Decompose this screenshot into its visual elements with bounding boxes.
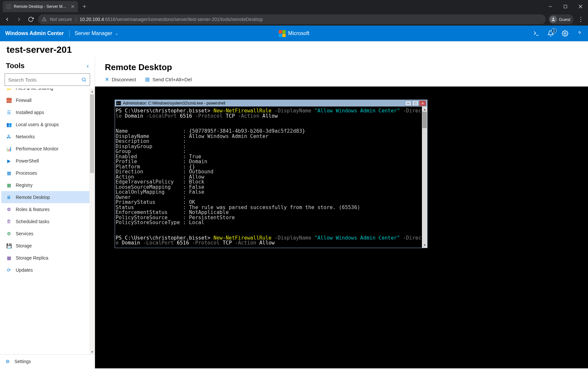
sidebar-item-networks[interactable]: 🖧Networks <box>1 130 89 143</box>
ps-scrollbar[interactable]: ▴ ▾ <box>422 107 427 248</box>
tool-label: Performance Monitor <box>16 146 59 151</box>
address-bar[interactable]: Not secure | 10.20.100.4:6516/servermana… <box>38 14 546 24</box>
ps-scroll-up[interactable]: ▴ <box>422 107 427 112</box>
tool-list[interactable]: 📁Files & file sharing🧱Firewall☰Installed… <box>0 88 89 354</box>
tools-heading: Tools <box>6 62 25 70</box>
tool-label: PowerShell <box>16 158 39 164</box>
window-minimize-button[interactable] <box>543 0 558 13</box>
main-content: Remote Desktop ✕ Disconnect Send Ctrl+Al… <box>95 57 588 368</box>
browser-tab[interactable]: Remote Desktop - Server Manag ✕ <box>3 1 78 12</box>
tools-scrollbar[interactable]: ▴ ▾ <box>89 88 95 354</box>
chevron-down-icon: ⌄ <box>115 31 118 36</box>
forward-button[interactable] <box>14 15 24 24</box>
sidebar-item-storage-replica[interactable]: ▦Storage Replica <box>1 252 89 264</box>
browser-menu-button[interactable]: ⋮ <box>576 16 585 23</box>
tool-icon: 💾 <box>6 243 12 249</box>
send-cad-label: Send Ctrl+Alt+Del <box>152 77 192 82</box>
sidebar-item-updates[interactable]: ⟳Updates <box>1 264 89 276</box>
gear-icon[interactable] <box>562 30 568 37</box>
ps-close-button[interactable]: ✕ <box>419 101 426 106</box>
search-input[interactable] <box>8 77 81 83</box>
new-tab-button[interactable]: + <box>83 3 86 10</box>
back-button[interactable] <box>3 15 12 24</box>
tool-label: Registry <box>16 183 32 188</box>
ps-scroll-down[interactable]: ▾ <box>422 243 427 248</box>
tool-icon: 📁 <box>6 88 12 91</box>
powershell-body[interactable]: PS C:\Users\christopher.bisset> New-NetF… <box>115 107 427 248</box>
rdp-viewport[interactable]: C:\ Administrator: C:\Windows\system32\c… <box>95 87 588 368</box>
tool-icon: ▦ <box>6 255 12 261</box>
settings-row: ⚙ Settings <box>0 354 95 368</box>
notifications-icon[interactable]: 2 <box>547 30 554 37</box>
ps-minimize-button[interactable]: ─ <box>405 101 411 106</box>
help-icon[interactable] <box>576 30 583 37</box>
sidebar-item-remote-desktop[interactable]: 🖥Remote Desktop <box>1 191 89 203</box>
settings-label: Settings <box>14 359 31 364</box>
tool-icon: 📊 <box>6 146 12 152</box>
app-brand[interactable]: Windows Admin Center <box>5 30 64 36</box>
header-icons: 2 <box>533 30 583 37</box>
ps-scroll-thumb[interactable] <box>422 112 427 128</box>
reload-button[interactable] <box>26 15 35 24</box>
powershell-icon[interactable] <box>533 30 540 37</box>
profile-chip[interactable]: Guest <box>548 14 574 24</box>
tool-label: Services <box>16 231 33 236</box>
microsoft-logo: Microsoft <box>279 30 310 37</box>
content-title: Remote Desktop <box>95 57 588 76</box>
scroll-up-arrow[interactable]: ▴ <box>89 88 95 94</box>
terminal-output[interactable]: PS C:\Users\christopher.bisset> New-NetF… <box>115 107 427 248</box>
sidebar-item-roles-features[interactable]: ⚙Roles & features <box>1 203 89 215</box>
notification-badge: 2 <box>551 28 557 33</box>
tool-label: Storage <box>16 243 32 248</box>
sidebar-item-local-users-groups[interactable]: 👥Local users & groups <box>1 118 89 130</box>
settings-item[interactable]: ⚙ Settings <box>0 355 95 368</box>
header-divider <box>69 30 69 37</box>
tool-label: Files & file sharing <box>16 88 53 91</box>
not-secure-icon <box>42 17 47 22</box>
sidebar-item-powershell[interactable]: ▶PowerShell <box>1 155 89 167</box>
tool-label: Scheduled tasks <box>16 219 49 224</box>
sidebar-item-performance-monitor[interactable]: 📊Performance Monitor <box>1 143 89 155</box>
powershell-titlebar[interactable]: C:\ Administrator: C:\Windows\system32\c… <box>115 100 427 107</box>
powershell-window[interactable]: C:\ Administrator: C:\Windows\system32\c… <box>115 100 427 248</box>
sidebar-item-registry[interactable]: ▦Registry <box>1 179 89 191</box>
tool-icon: 🖧 <box>6 134 12 140</box>
tab-strip: Remote Desktop - Server Manag ✕ + <box>0 0 588 13</box>
svg-point-9 <box>564 33 566 34</box>
tab-favicon <box>6 4 11 9</box>
sidebar-item-installed-apps[interactable]: ☰Installed apps <box>1 106 89 118</box>
tools-panel: Tools ‹ 📁Files & file sharing🧱Firewall☰I… <box>0 57 95 368</box>
tool-label: Networks <box>16 134 35 139</box>
svg-rect-15 <box>148 78 149 79</box>
browser-chrome: Remote Desktop - Server Manag ✕ + Not se… <box>0 0 588 26</box>
sidebar-item-storage[interactable]: 💾Storage <box>1 240 89 252</box>
sidebar-item-files-file-sharing[interactable]: 📁Files & file sharing <box>1 88 89 94</box>
window-maximize-button[interactable] <box>558 0 573 13</box>
breadcrumb[interactable]: Server Manager ⌄ <box>75 30 118 36</box>
svg-rect-17 <box>148 80 149 81</box>
tool-label: Storage Replica <box>16 255 48 261</box>
close-tab-icon[interactable]: ✕ <box>71 4 75 9</box>
disconnect-button[interactable]: ✕ Disconnect <box>105 76 136 83</box>
disconnect-label: Disconnect <box>112 77 136 82</box>
sidebar-item-services[interactable]: ⚙Services <box>1 227 89 240</box>
sidebar-item-scheduled-tasks[interactable]: 🗓Scheduled tasks <box>1 215 89 227</box>
search-icon[interactable] <box>81 77 86 82</box>
tool-icon: ⚙ <box>6 206 12 212</box>
collapse-tools-button[interactable]: ‹ <box>87 63 89 69</box>
tool-label: Updates <box>16 267 33 273</box>
send-cad-button[interactable]: Send Ctrl+Alt+Del <box>145 76 192 83</box>
sidebar-item-processes[interactable]: ▦Processes <box>1 167 89 179</box>
scroll-thumb[interactable] <box>90 94 94 173</box>
tool-icon: ⟳ <box>6 267 12 273</box>
cmd-icon: C:\ <box>116 101 121 105</box>
ps-maximize-button[interactable]: □ <box>412 101 419 106</box>
window-close-button[interactable] <box>573 0 588 13</box>
scroll-down-arrow[interactable]: ▾ <box>89 349 95 354</box>
tool-label: Local users & groups <box>16 122 59 127</box>
svg-point-6 <box>44 20 44 20</box>
microsoft-squares-icon <box>279 30 286 37</box>
sidebar-item-firewall[interactable]: 🧱Firewall <box>1 94 89 106</box>
microsoft-label: Microsoft <box>288 30 310 36</box>
tools-search[interactable] <box>5 73 90 86</box>
